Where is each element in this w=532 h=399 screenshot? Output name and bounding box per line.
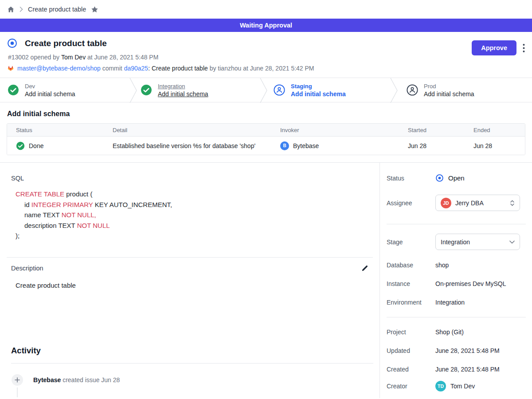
instance-value: On-premises Dev MySQL (435, 280, 506, 287)
page-title: Create product table (25, 39, 107, 48)
stage-select[interactable]: Integration (435, 234, 520, 250)
environment-value: Integration (435, 299, 465, 306)
database-label: Database (387, 262, 435, 269)
col-detail: Detail (104, 127, 271, 133)
status-open-icon (435, 174, 444, 182)
created-value: June 28, 2021 5:48 PM (435, 366, 500, 373)
status-value: Open (448, 174, 465, 182)
description-label: Description (11, 265, 43, 272)
stage-label: Stage (387, 239, 435, 246)
activity-item: Bytebase created issue Jun 28 (12, 374, 379, 386)
commit-message: : Create product table (148, 65, 208, 72)
stage-separator (390, 78, 398, 103)
task-status-text: Done (29, 142, 43, 149)
environment-label: Environment (387, 299, 435, 306)
chevron-right-icon (20, 7, 23, 12)
pipeline-stage-prod[interactable]: Prod Add initial schema (399, 78, 532, 102)
sql-token: description TEXT (24, 222, 77, 229)
stage-env-label: Dev (25, 83, 75, 90)
task-ended: Jun 28 (465, 142, 525, 149)
assignee-avatar: JD (441, 198, 451, 208)
activity-actor: Bytebase (33, 376, 61, 383)
task-table: Status Detail Invoker Started Ended Done… (7, 123, 525, 155)
col-ended: Ended (465, 127, 525, 133)
stage-env-label: Integration (158, 83, 208, 90)
divider (11, 363, 373, 364)
issue-meta: #13002 opened by Tom Dev at June 28, 202… (8, 54, 525, 61)
sql-code-block: CREATE TABLE product ( id INTEGER PRIMAR… (16, 189, 379, 241)
sql-token: product ( (64, 190, 92, 198)
stage-env-label: Prod (424, 83, 474, 90)
commit-hash-link[interactable]: da90a25 (124, 65, 149, 72)
created-label: Created (387, 366, 435, 373)
invoker-avatar: B (280, 141, 289, 150)
creator-label: Creator (387, 383, 435, 390)
stage-separator (129, 78, 137, 103)
description-text: Create product table (16, 282, 379, 289)
assignee-select[interactable]: JD Jerry DBA (435, 195, 520, 211)
branch-repo-link[interactable]: master@bytebase-demo/shop (17, 65, 101, 72)
stage-separator (260, 78, 268, 103)
chevron-down-icon (509, 240, 515, 244)
selector-updown-icon (510, 200, 515, 207)
sql-label: SQL (11, 175, 379, 182)
plus-icon (12, 374, 23, 386)
divider (7, 257, 373, 258)
sql-token: KEY AUTO_INCREMENT, (93, 201, 172, 208)
task-done-icon (16, 141, 25, 150)
breadcrumb-page-title: Create product table (28, 6, 86, 13)
home-icon[interactable] (7, 6, 15, 13)
project-value: Shop (Git) (435, 329, 464, 336)
assignee-label: Assignee (387, 200, 435, 207)
issue-opened-at: at June 28, 2021 5:48 PM (86, 54, 158, 61)
creator-avatar: TD (435, 381, 446, 391)
updated-label: Updated (387, 347, 435, 354)
task-table-header: Status Detail Invoker Started Ended (7, 124, 525, 137)
divider (387, 224, 526, 224)
edit-pencil-icon[interactable] (361, 265, 368, 272)
pipeline-stages: Dev Add initial schema Integration Add i… (0, 78, 532, 102)
breadcrumb: Create product table (0, 0, 532, 19)
pipeline-stage-staging[interactable]: Staging Add initial schema (266, 78, 399, 102)
check-circle-icon (141, 84, 152, 96)
table-row: Done Established baseline version %s for… (7, 137, 525, 155)
activity-title: Activity (11, 346, 379, 356)
issue-open-icon (7, 38, 17, 48)
updated-value: June 28, 2021 5:48 PM (435, 347, 500, 354)
pipeline-stage-integration[interactable]: Integration Add initial schema (133, 78, 266, 102)
person-circle-icon (407, 84, 418, 96)
check-circle-icon (8, 84, 19, 96)
stage-task-link[interactable]: Add initial schema (291, 90, 346, 98)
instance-label: Instance (387, 280, 435, 287)
status-label: Status (387, 175, 435, 182)
commit-line: master@bytebase-demo/shop commit da90a25… (7, 65, 525, 72)
task-section-title: Add initial schema (7, 110, 532, 118)
task-detail-text: Established baseline version %s for data… (104, 142, 271, 149)
project-label: Project (387, 329, 435, 336)
stage-task-link[interactable]: Add initial schema (25, 90, 75, 98)
assignee-value: Jerry DBA (455, 200, 484, 207)
issue-author: Tom Dev (61, 54, 86, 61)
star-icon[interactable] (91, 6, 98, 13)
col-invoker: Invoker (271, 127, 399, 133)
stage-task-link[interactable]: Add initial schema (158, 90, 208, 98)
pipeline-stage-dev[interactable]: Dev Add initial schema (0, 78, 133, 102)
approval-banner: Waiting Approval (0, 19, 532, 32)
activity-action: created issue Jun 28 (61, 376, 120, 383)
commit-byline: by tianzhou at June 28, 2021 5:42 PM (208, 65, 314, 72)
col-status: Status (7, 127, 104, 133)
commit-word: commit (101, 65, 124, 72)
sql-token: NOT NULL (77, 222, 110, 229)
kebab-menu-icon[interactable] (523, 43, 525, 53)
invoker-name: Bytebase (293, 142, 319, 149)
database-value: shop (435, 262, 449, 269)
sql-token: NOT NULL, (62, 211, 96, 219)
approve-button[interactable]: Approve (472, 40, 516, 55)
sql-token: id (24, 201, 31, 208)
gitlab-icon (7, 65, 14, 72)
task-started: Jun 28 (399, 142, 465, 149)
col-started: Started (399, 127, 465, 133)
stage-task-link[interactable]: Add initial schema (424, 90, 474, 98)
timeline-line (17, 387, 18, 397)
issue-number: #13002 opened by (8, 54, 61, 61)
